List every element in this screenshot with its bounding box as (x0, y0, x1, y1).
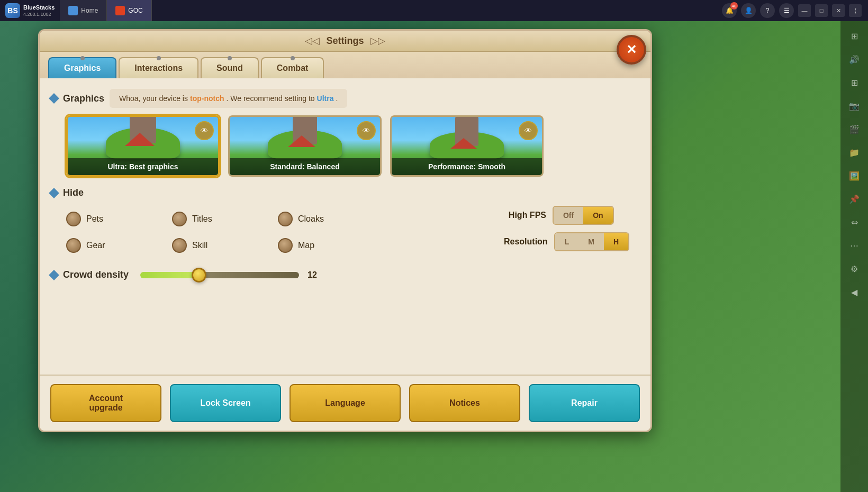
sidebar-location-icon[interactable]: 📌 (846, 190, 863, 207)
lock-screen-button[interactable]: Lock Screen (170, 384, 281, 422)
radio-gear[interactable] (66, 238, 81, 253)
minimize-button[interactable]: — (798, 4, 811, 17)
tab-dot-combat (291, 56, 295, 60)
radio-titles[interactable] (172, 212, 187, 226)
notification-badge: 48 (730, 2, 738, 10)
density-slider-container (140, 270, 299, 280)
ultra-preview-badge: 👁 (195, 121, 214, 140)
radio-map[interactable] (278, 238, 293, 253)
radio-skill[interactable] (172, 238, 187, 253)
tab-dot-interactions (157, 56, 161, 60)
graphics-info-banner: Whoa, your device is top-notch . We reco… (110, 89, 347, 108)
preset-performance[interactable]: 👁 Performance: Smooth (390, 115, 544, 177)
hide-section: Hide Pets Titles Cloaks (50, 187, 640, 259)
fps-label: High FPS (504, 211, 546, 220)
notification-button[interactable]: 🔔 48 (722, 3, 737, 18)
settings-nav-left: ◁◁ (305, 35, 320, 47)
hide-item-gear: Gear (66, 232, 172, 259)
hide-item-cloaks: Cloaks (278, 206, 384, 232)
settings-tabs: Graphics Interactions Sound Combat (40, 52, 650, 78)
home-tab-icon (68, 6, 78, 15)
settings-panel: ✕ ◁◁ Settings ▷▷ Graphics Interactions S… (38, 29, 652, 432)
fps-toggle-group: Off On (553, 206, 614, 225)
std-roof (288, 135, 315, 147)
app-logo: BS BlueStacks 4.280.1.1002 (0, 3, 60, 18)
tab-combat[interactable]: Combat (261, 57, 324, 78)
sidebar-screenshot-icon[interactable]: 📷 (846, 97, 863, 114)
maximize-button[interactable]: □ (815, 4, 828, 17)
banner-suffix: . (336, 94, 338, 103)
performance-preview-badge: 👁 (519, 121, 538, 140)
help-button[interactable]: ? (760, 3, 775, 18)
menu-button[interactable]: ☰ (779, 3, 794, 18)
language-button[interactable]: Language (290, 384, 401, 422)
tab-goc[interactable]: GOC (107, 0, 151, 21)
app-name-version: BlueStacks 4.280.1.1002 (23, 4, 55, 16)
sidebar-collapse-icon[interactable]: ◀ (846, 284, 863, 300)
goc-tab-icon (115, 6, 125, 15)
collapse-button[interactable]: ⟨ (849, 4, 862, 17)
graphics-header: Graphics Whoa, your device is top-notch … (50, 89, 640, 108)
preset-ultra[interactable]: 👁 Ultra: Best graphics (66, 115, 220, 177)
sidebar-expand-icon[interactable]: ⊞ (846, 28, 863, 44)
titlebar: BS BlueStacks 4.280.1.1002 Home GOC 🔔 48… (0, 0, 868, 21)
radio-cloaks[interactable] (278, 212, 293, 226)
hide-item-pets: Pets (66, 206, 172, 232)
density-value: 12 (308, 270, 317, 280)
settings-titlebar: ◁◁ Settings ▷▷ (40, 31, 650, 52)
label-pets: Pets (86, 214, 103, 224)
banner-highlight-ultra: Ultra (317, 94, 334, 103)
close-window-button[interactable]: ✕ (832, 4, 845, 17)
tab-home[interactable]: Home (60, 0, 107, 21)
account-upgrade-button[interactable]: Account upgrade (50, 384, 161, 422)
close-settings-button[interactable]: ✕ (617, 35, 646, 65)
res-l-button[interactable]: L (555, 233, 579, 250)
sidebar-more-icon[interactable]: ⋯ (846, 237, 863, 254)
tab-sound[interactable]: Sound (201, 57, 259, 78)
home-tab-label: Home (81, 7, 98, 14)
sidebar-image-icon[interactable]: 🖼️ (846, 167, 863, 184)
perf-roof (450, 138, 477, 149)
eye-icon-performance: 👁 (525, 126, 532, 135)
standard-preview-badge: 👁 (357, 121, 376, 140)
hide-section-header: Hide (50, 187, 640, 198)
res-h-button[interactable]: H (604, 233, 628, 250)
notices-button[interactable]: Notices (409, 384, 520, 422)
density-slider-thumb[interactable] (192, 268, 206, 283)
label-skill: Skill (192, 241, 207, 250)
bottom-buttons: Account upgrade Lock Screen Language Not… (40, 375, 650, 431)
graphics-section: Graphics Whoa, your device is top-notch … (50, 89, 640, 177)
tab-interactions[interactable]: Interactions (119, 57, 198, 78)
graphics-section-title: Graphics (63, 93, 104, 104)
sidebar-video-icon[interactable]: 🎬 (846, 121, 863, 138)
tab-dot-graphics (80, 56, 85, 60)
sidebar-settings-icon[interactable]: ⚙ (846, 260, 863, 277)
resolution-control-row: Resolution L M H (504, 232, 629, 251)
label-titles: Titles (192, 214, 212, 224)
fps-on-button[interactable]: On (583, 207, 612, 224)
sidebar-resize-icon[interactable]: ⇔ (846, 214, 863, 231)
density-section-title: Crowd density (63, 269, 129, 280)
fps-off-button[interactable]: Off (554, 207, 583, 224)
eye-icon-ultra: 👁 (201, 126, 208, 135)
res-m-button[interactable]: M (578, 233, 604, 250)
radio-pets[interactable] (66, 212, 81, 226)
sidebar-folder-icon[interactable]: 📁 (846, 144, 863, 161)
hide-item-titles: Titles (172, 206, 278, 232)
preset-standard[interactable]: 👁 Standard: Balanced (228, 115, 382, 177)
content-area: Graphics Whoa, your device is top-notch … (40, 78, 650, 375)
profile-button[interactable]: 👤 (741, 3, 756, 18)
sidebar-layout-icon[interactable]: ⊞ (846, 74, 863, 91)
right-sidebar: ⊞ 🔊 ⊞ 📷 🎬 📁 🖼️ 📌 ⇔ ⋯ ⚙ ◀ (840, 21, 868, 492)
banner-highlight-topnotch: top-notch (190, 94, 224, 103)
sidebar-volume-icon[interactable]: 🔊 (846, 51, 863, 68)
goc-tab-label: GOC (128, 7, 142, 14)
standard-preset-label: Standard: Balanced (230, 158, 380, 175)
repair-button[interactable]: Repair (529, 384, 640, 422)
app-version: 4.280.1.1002 (23, 12, 55, 17)
tab-graphics[interactable]: Graphics (48, 57, 116, 78)
banner-middle: . We recommend setting to (227, 94, 315, 103)
app-name: BlueStacks (23, 4, 55, 11)
density-slider-track (140, 272, 299, 278)
hide-section-title: Hide (63, 187, 84, 198)
